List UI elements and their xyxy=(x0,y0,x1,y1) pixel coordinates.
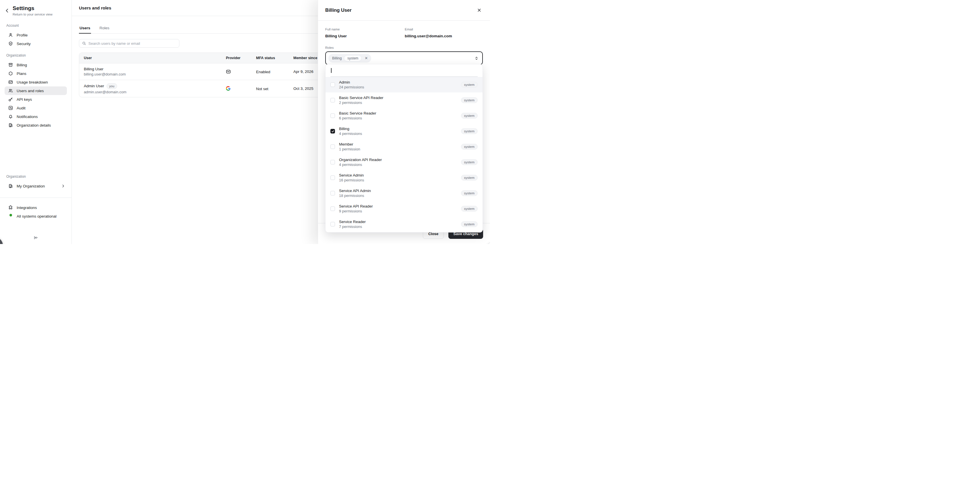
role-permissions: 18 permissions xyxy=(339,194,371,198)
checkbox-checked[interactable] xyxy=(330,129,335,134)
sidebar-item-notifications[interactable]: Notifications xyxy=(5,112,67,121)
role-option-service-reader[interactable]: Service Reader7 permissions system xyxy=(326,216,482,232)
drawer-body: Full name Billing User Email billing.use… xyxy=(318,21,490,65)
settings-sidebar: Settings Return to your service view Acc… xyxy=(0,0,72,244)
sidebar-item-usage-breakdown[interactable]: Usage breakdown xyxy=(5,78,67,86)
user-email: admin.user@domain.com xyxy=(84,90,226,94)
checkbox[interactable] xyxy=(330,222,335,226)
nav-group-organization: Billing Plans Usage breakdown Users and … xyxy=(0,60,72,129)
checkbox[interactable] xyxy=(330,113,335,118)
selected-role-chip: Billing system ✕ xyxy=(328,54,371,63)
system-badge: system xyxy=(461,128,478,134)
close-icon[interactable] xyxy=(476,7,482,14)
member-since: Oct 3, 2025 xyxy=(293,86,313,91)
sidebar-item-api-keys[interactable]: API keys xyxy=(5,95,67,103)
user-icon xyxy=(8,33,13,37)
system-badge: system xyxy=(461,113,478,119)
role-option-billing[interactable]: Billing4 permissions system xyxy=(326,124,482,139)
checkbox[interactable] xyxy=(330,191,335,196)
sidebar-item-label: My Organization xyxy=(17,184,45,188)
tab-roles[interactable]: Roles xyxy=(99,26,110,33)
column-header-mfa-status[interactable]: MFA status xyxy=(256,56,293,60)
system-badge: system xyxy=(461,144,478,149)
sidebar-item-label: API keys xyxy=(17,97,32,102)
role-permissions: 1 permission xyxy=(339,147,360,151)
sidebar-header: Settings Return to your service view xyxy=(0,0,72,16)
sidebar-item-label: Plans xyxy=(17,72,26,76)
user-name: Billing User xyxy=(84,67,103,71)
sidebar-item-security[interactable]: Security xyxy=(5,39,67,48)
checkbox[interactable] xyxy=(330,207,335,211)
role-option-member[interactable]: Member1 permission system xyxy=(326,139,482,154)
role-option-admin[interactable]: Admin24 permissions system xyxy=(326,77,482,92)
role-permissions: 9 permissions xyxy=(339,209,373,213)
user-search xyxy=(79,39,180,48)
sidebar-item-label: Billing xyxy=(17,63,27,67)
sidebar-item-organization-details[interactable]: Organization details xyxy=(5,121,67,129)
field-label: Full name xyxy=(325,27,405,31)
role-permissions: 2 permissions xyxy=(339,100,383,105)
sidebar-item-integrations[interactable]: Integrations xyxy=(5,203,67,212)
sidebar-item-label: Audit xyxy=(17,106,25,110)
section-label-account: Account xyxy=(0,24,72,27)
text-caret xyxy=(331,68,331,73)
remove-chip-icon[interactable]: ✕ xyxy=(364,56,368,60)
puzzle-icon xyxy=(8,205,13,210)
system-badge: system xyxy=(461,175,478,181)
sidebar-item-profile[interactable]: Profile xyxy=(5,31,67,39)
role-option-basic-service-api-reader[interactable]: Basic Service API Reader2 permissions sy… xyxy=(326,92,482,108)
role-option-basic-service-reader[interactable]: Basic Service Reader6 permissions system xyxy=(326,108,482,124)
tab-users[interactable]: Users xyxy=(79,26,91,33)
field-value: Billing User xyxy=(325,34,405,38)
user-email: billing.user@domain.com xyxy=(84,72,226,76)
sidebar-title: Settings xyxy=(13,5,67,11)
users-icon xyxy=(8,88,13,93)
sidebar-item-my-organization[interactable]: My Organization xyxy=(5,182,67,190)
system-status-label: All systems operational xyxy=(17,214,57,218)
checkbox[interactable] xyxy=(330,145,335,149)
sidebar-divider xyxy=(0,197,72,198)
mfa-status: Not set xyxy=(256,87,268,91)
roles-option-list: Admin24 permissions system Basic Service… xyxy=(326,77,482,232)
checkbox[interactable] xyxy=(330,175,335,180)
sidebar-item-audit[interactable]: Audit xyxy=(5,103,67,112)
roles-label: Roles xyxy=(325,46,483,49)
role-option-service-api-reader[interactable]: Service API Reader9 permissions system xyxy=(326,201,482,216)
field-value: billing.user@domain.com xyxy=(405,34,483,38)
sidebar-item-billing[interactable]: Billing xyxy=(5,60,67,69)
page-title: Users and roles xyxy=(79,5,111,10)
search-input[interactable] xyxy=(88,41,176,46)
back-chevron-icon[interactable] xyxy=(5,8,10,13)
archive-icon xyxy=(8,63,13,67)
activity-icon xyxy=(8,106,13,110)
sidebar-item-users-and-roles[interactable]: Users and roles xyxy=(5,86,67,95)
sidebar-item-system-status[interactable]: All systems operational xyxy=(5,212,67,221)
you-badge: you xyxy=(107,83,118,89)
shield-check-icon xyxy=(8,41,13,46)
checkbox[interactable] xyxy=(330,83,335,87)
sidebar-item-plans[interactable]: Plans xyxy=(5,69,67,78)
role-name: Organization API Reader xyxy=(339,157,382,162)
checkbox[interactable] xyxy=(330,98,335,102)
role-permissions: 4 permissions xyxy=(339,132,362,136)
building-icon xyxy=(8,184,13,188)
role-option-service-admin[interactable]: Service Admin16 permissions system xyxy=(326,170,482,186)
system-badge: system xyxy=(461,221,478,227)
role-search-input[interactable] xyxy=(330,64,478,77)
collapse-sidebar-icon[interactable] xyxy=(33,235,38,240)
roles-multiselect[interactable]: Billing system ✕ xyxy=(325,51,483,65)
system-badge: system xyxy=(461,82,478,87)
role-option-service-api-admin[interactable]: Service API Admin18 permissions system xyxy=(326,186,482,201)
sidebar-item-label: Integrations xyxy=(17,205,37,210)
column-header-user[interactable]: User xyxy=(79,56,226,60)
role-name: Service Reader xyxy=(339,219,366,224)
user-name: Admin User xyxy=(84,84,104,88)
email-provider-icon xyxy=(226,69,231,74)
role-option-organization-api-reader[interactable]: Organization API Reader4 permissions sys… xyxy=(326,154,482,170)
section-label-organization-switcher: Organization xyxy=(0,175,72,178)
column-header-provider[interactable]: Provider xyxy=(226,56,256,60)
sidebar-item-label: Organization details xyxy=(17,123,51,127)
checkbox[interactable] xyxy=(330,160,335,164)
role-name: Service API Admin xyxy=(339,189,371,193)
bell-icon xyxy=(8,114,13,119)
